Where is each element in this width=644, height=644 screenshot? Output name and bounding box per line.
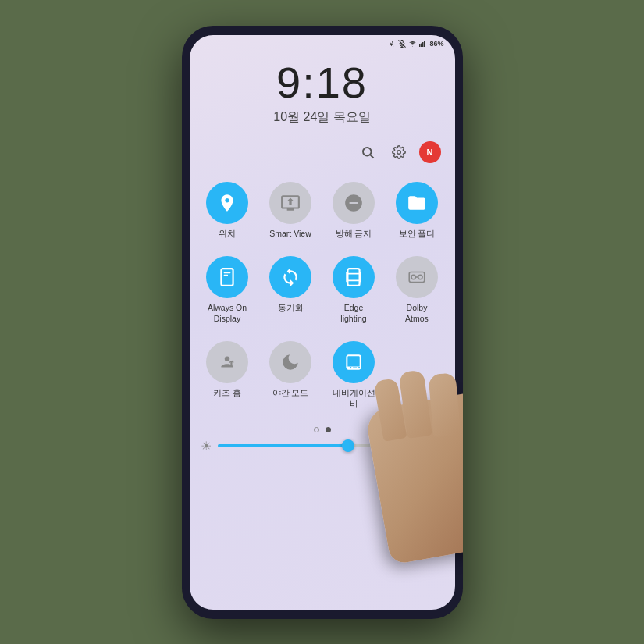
svg-rect-6 [422, 42, 424, 47]
svg-rect-16 [346, 272, 347, 283]
svg-point-19 [411, 275, 415, 279]
toggle-smart-view[interactable]: Smart View [259, 176, 322, 251]
sync-label: 동기화 [278, 303, 304, 314]
settings-button[interactable] [388, 141, 410, 163]
svg-rect-14 [224, 275, 228, 276]
toggle-dolby-atmos[interactable]: DolbyAtmos [386, 250, 449, 335]
toggle-sync[interactable]: 동기화 [259, 250, 322, 335]
status-bar: 86% [190, 35, 455, 49]
finger1 [428, 372, 461, 437]
nav-bar-label: 내비게이션바 [333, 388, 375, 409]
dolby-icon [407, 267, 427, 287]
smart-view-icon [280, 193, 301, 213]
aod-icon [217, 267, 237, 287]
toggle-navigation-bar[interactable]: 내비게이션바 [322, 335, 386, 420]
night-mode-label: 야간 모드 [272, 388, 309, 399]
svg-point-24 [350, 367, 351, 368]
edge-lighting-icon [343, 267, 364, 287]
night-mode-icon [280, 352, 301, 372]
dnd-icon-circle [333, 182, 375, 224]
quick-grid-row1: 위치 Smart View 방해 금지 [190, 176, 455, 251]
edge-lighting-label: Edgelighting [340, 303, 366, 324]
svg-point-8 [363, 148, 372, 156]
svg-rect-25 [353, 368, 357, 368]
gear-icon [392, 145, 406, 159]
sync-icon-circle [269, 256, 311, 298]
aod-label: Always OnDisplay [208, 303, 247, 324]
clock-time: 9:18 [276, 57, 368, 108]
svg-rect-15 [347, 269, 359, 286]
brightness-icon: ☀ [201, 439, 212, 454]
bluetooth-icon [388, 40, 396, 48]
svg-rect-13 [224, 272, 231, 274]
toggle-dnd[interactable]: 방해 금지 [322, 176, 386, 251]
svg-rect-17 [360, 272, 361, 283]
clock-area: 9:18 10월 24일 목요일 [190, 49, 455, 141]
secure-folder-icon [407, 193, 427, 213]
kids-home-icon [217, 352, 237, 372]
page-dot-2 [326, 427, 331, 432]
secure-folder-icon-circle [396, 182, 438, 224]
aod-icon-circle [206, 256, 248, 298]
dolby-icon-circle [396, 256, 438, 298]
svg-point-21 [225, 357, 230, 362]
toggle-kids-home[interactable]: 키즈 홈 [196, 335, 259, 420]
svg-point-20 [418, 275, 422, 279]
night-mode-icon-circle [269, 341, 311, 383]
nav-bar-icon-circle [333, 341, 375, 383]
secure-folder-label: 보안 폴더 [399, 229, 436, 240]
nav-bar-icon [343, 352, 364, 372]
battery-text: 86% [429, 40, 443, 48]
svg-rect-11 [415, 201, 420, 205]
location-icon-circle [206, 182, 248, 224]
top-icons-row: N [190, 141, 455, 163]
search-button[interactable] [357, 141, 379, 163]
notification-button[interactable]: N [419, 141, 441, 163]
mute-icon [398, 40, 406, 48]
dnd-label: 방해 금지 [336, 229, 372, 240]
wifi-icon [408, 40, 417, 48]
svg-rect-7 [424, 41, 425, 47]
quick-grid-row2: Always OnDisplay 동기화 [190, 250, 455, 335]
brightness-fill [218, 444, 348, 447]
location-icon [217, 193, 237, 213]
edge-lighting-icon-circle [333, 256, 375, 298]
svg-line-9 [370, 155, 373, 158]
toggle-always-on-display[interactable]: Always OnDisplay [196, 250, 259, 335]
toggle-edge-lighting[interactable]: Edgelighting [322, 250, 386, 335]
kids-home-label: 키즈 홈 [213, 388, 241, 399]
phone-frame: 86% 9:18 10월 24일 목요일 N [182, 26, 463, 619]
svg-point-10 [397, 150, 400, 154]
svg-point-3 [413, 45, 414, 46]
smart-view-label: Smart View [269, 229, 311, 240]
signal-icon [419, 40, 427, 48]
toggle-night-mode[interactable]: 야간 모드 [259, 335, 322, 420]
toggle-secure-folder[interactable]: 보안 폴더 [386, 176, 449, 251]
kids-home-icon-circle [206, 341, 248, 383]
toggle-location[interactable]: 위치 [196, 176, 259, 251]
location-label: 위치 [219, 229, 236, 240]
sync-icon [280, 267, 301, 287]
svg-rect-12 [221, 269, 233, 286]
svg-rect-4 [419, 44, 421, 47]
notification-label: N [427, 148, 433, 157]
search-icon [361, 145, 375, 159]
brightness-thumb[interactable] [342, 439, 354, 452]
dnd-icon [343, 193, 364, 213]
smart-view-icon-circle [269, 182, 311, 224]
svg-rect-5 [421, 43, 422, 47]
svg-point-26 [358, 367, 360, 368]
clock-date: 10월 24일 목요일 [273, 109, 370, 126]
page-dot-1 [314, 427, 319, 432]
status-icons: 86% [388, 40, 443, 48]
dolby-label: DolbyAtmos [405, 303, 429, 324]
